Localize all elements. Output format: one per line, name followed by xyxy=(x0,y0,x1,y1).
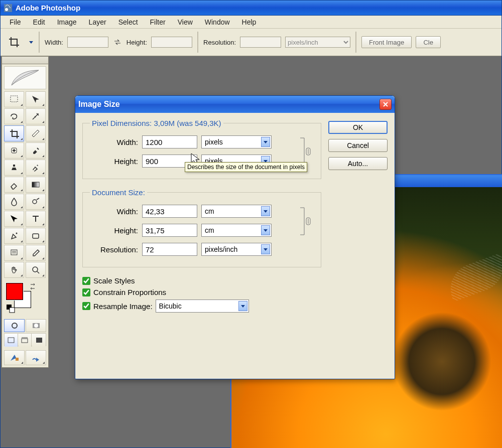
tool-preset-dropdown[interactable] xyxy=(29,37,34,48)
brush-tool[interactable] xyxy=(26,142,46,159)
auto-button[interactable]: Auto... xyxy=(328,157,388,170)
app-window: Adobe Photoshop File Edit Image Layer Se… xyxy=(0,0,502,448)
ok-button[interactable]: OK xyxy=(328,121,388,134)
menu-help[interactable]: Help xyxy=(237,17,262,28)
options-height-input[interactable] xyxy=(151,37,192,48)
svg-rect-20 xyxy=(36,338,42,343)
svg-rect-17 xyxy=(8,338,14,343)
svg-point-11 xyxy=(33,267,38,272)
constrain-link-icon xyxy=(298,202,314,259)
lasso-tool[interactable] xyxy=(4,108,24,124)
pixel-width-unit-select[interactable]: pixels xyxy=(201,135,272,148)
custom-shape-tool[interactable] xyxy=(26,228,46,244)
swap-width-height-icon[interactable] xyxy=(112,37,122,48)
menu-image[interactable]: Image xyxy=(52,17,82,28)
options-resolution-input[interactable] xyxy=(240,37,281,48)
svg-point-3 xyxy=(38,113,39,114)
clone-stamp-tool[interactable] xyxy=(4,160,24,176)
svg-rect-18 xyxy=(22,339,28,343)
tools-palette xyxy=(2,56,49,368)
history-brush-tool[interactable] xyxy=(26,160,46,176)
svg-point-8 xyxy=(16,233,18,234)
healing-brush-tool[interactable] xyxy=(4,142,24,159)
tooltip: Describes the size of the document in pi… xyxy=(185,162,307,172)
menu-window[interactable]: Window xyxy=(200,17,235,28)
swap-colors-icon[interactable] xyxy=(28,282,37,291)
blur-tool[interactable] xyxy=(4,194,24,210)
slice-tool[interactable] xyxy=(26,125,46,141)
adobe-photoshop-icon xyxy=(4,4,13,13)
hand-tool[interactable] xyxy=(4,262,24,278)
crop-tool-preset-icon[interactable] xyxy=(4,35,25,49)
document-size-legend: Document Size: xyxy=(90,188,147,197)
notes-tool[interactable] xyxy=(4,245,24,261)
chevron-down-icon xyxy=(261,225,270,235)
front-image-button[interactable]: Front Image xyxy=(361,36,412,48)
eraser-tool[interactable] xyxy=(4,177,24,193)
image-size-dialog: Image Size Pixel Dimensions: 3,09M (was … xyxy=(75,95,395,379)
dialog-titlebar[interactable]: Image Size xyxy=(75,96,395,113)
foreground-color-swatch[interactable] xyxy=(6,283,23,300)
menu-file[interactable]: File xyxy=(5,17,26,28)
menu-select[interactable]: Select xyxy=(113,17,143,28)
svg-point-7 xyxy=(33,200,37,204)
workspace: Image Size Pixel Dimensions: 3,09M (was … xyxy=(1,56,501,447)
doc-resolution-label: Resolution: xyxy=(90,245,138,254)
menu-filter[interactable]: Filter xyxy=(145,17,171,28)
pixel-height-label: Height: xyxy=(90,157,138,166)
doc-width-unit-select[interactable]: cm xyxy=(201,205,272,218)
document-size-group: Document Size: Width: cm xyxy=(82,188,321,267)
options-resolution-label: Resolution: xyxy=(203,39,236,46)
magic-wand-tool[interactable] xyxy=(26,108,46,124)
move-tool[interactable] xyxy=(26,91,46,107)
menu-edit[interactable]: Edit xyxy=(28,17,50,28)
zoom-tool[interactable] xyxy=(26,262,46,278)
svg-rect-10 xyxy=(11,250,17,255)
separator xyxy=(355,32,356,53)
separator xyxy=(197,32,198,53)
pixel-dimensions-legend: Pixel Dimensions: 3,09M (was 549,3K) xyxy=(90,119,223,127)
doc-resolution-input[interactable] xyxy=(142,243,197,256)
scale-styles-checkbox[interactable] xyxy=(82,277,90,285)
tools-palette-grip[interactable] xyxy=(2,56,49,64)
color-swatches xyxy=(4,281,46,316)
eyedropper-tool[interactable] xyxy=(26,245,46,261)
screen-mode-full-icon[interactable] xyxy=(32,334,46,347)
quickmask-mode-icon[interactable] xyxy=(26,319,46,332)
constrain-proportions-checkbox[interactable] xyxy=(82,288,90,296)
type-tool[interactable] xyxy=(26,211,46,227)
svg-rect-6 xyxy=(32,182,39,187)
jump-to-icon[interactable] xyxy=(26,350,46,365)
menu-layer[interactable]: Layer xyxy=(84,17,111,28)
tooltip-text: Describes the size of the document in pi… xyxy=(187,164,305,171)
clear-button[interactable]: Cle xyxy=(416,36,441,48)
doc-width-input[interactable] xyxy=(142,205,197,218)
crop-tool[interactable] xyxy=(4,125,24,141)
screen-mode-fullmenu-icon[interactable] xyxy=(19,334,32,347)
options-resolution-unit-select[interactable]: pixels/inch xyxy=(285,37,350,48)
cancel-button[interactable]: Cancel xyxy=(328,139,388,152)
pixel-width-input[interactable] xyxy=(142,135,197,148)
default-colors-icon[interactable] xyxy=(5,303,16,314)
edit-in-imageready-icon[interactable] xyxy=(4,350,25,365)
marquee-tool[interactable] xyxy=(4,91,24,107)
path-select-tool[interactable] xyxy=(4,211,24,227)
resample-image-checkbox[interactable] xyxy=(82,302,90,310)
doc-height-input[interactable] xyxy=(142,224,197,237)
chevron-down-icon xyxy=(261,206,270,216)
resample-method-select[interactable]: Bicubic xyxy=(156,300,249,313)
pen-tool[interactable] xyxy=(4,228,24,244)
gradient-tool[interactable] xyxy=(26,177,46,193)
options-width-input[interactable] xyxy=(67,37,108,48)
doc-height-unit-select[interactable]: cm xyxy=(201,224,272,237)
doc-resolution-unit-select[interactable]: pixels/inch xyxy=(201,243,272,256)
dialog-title: Image Size xyxy=(78,100,120,109)
menu-view[interactable]: View xyxy=(173,17,198,28)
dodge-tool[interactable] xyxy=(26,194,46,210)
screen-mode-standard-icon[interactable] xyxy=(5,334,18,347)
svg-point-16 xyxy=(34,324,38,328)
separator xyxy=(39,32,40,53)
dialog-close-button[interactable] xyxy=(380,99,392,110)
chevron-down-icon xyxy=(261,137,270,147)
standard-mode-icon[interactable] xyxy=(4,319,25,332)
